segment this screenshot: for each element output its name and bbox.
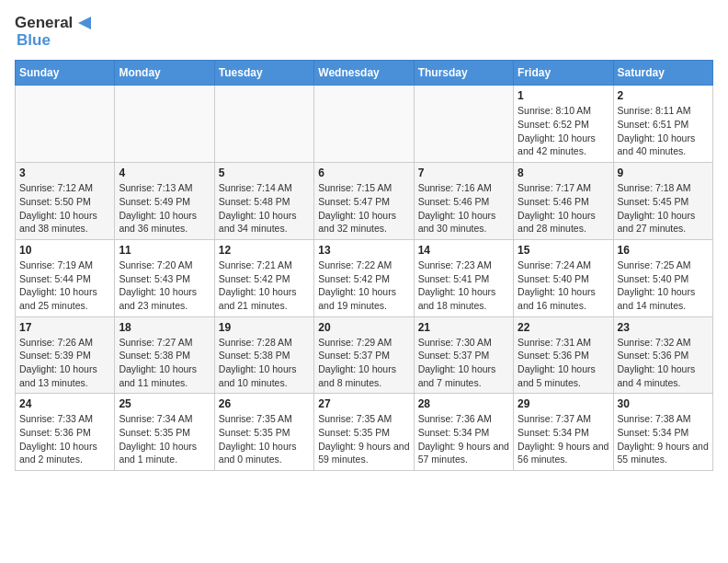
weekday-header: Wednesday (314, 61, 414, 86)
calendar-day-cell: 11Sunrise: 7:20 AM Sunset: 5:43 PM Dayli… (115, 239, 214, 316)
calendar-day-cell (16, 86, 115, 163)
calendar-day-cell: 10Sunrise: 7:19 AM Sunset: 5:44 PM Dayli… (16, 239, 115, 316)
day-info: Sunrise: 7:38 AM Sunset: 5:34 PM Dayligh… (618, 412, 709, 466)
day-info: Sunrise: 7:30 AM Sunset: 5:37 PM Dayligh… (418, 336, 509, 390)
day-number: 30 (618, 397, 709, 410)
calendar-day-cell: 9Sunrise: 7:18 AM Sunset: 5:45 PM Daylig… (613, 163, 712, 240)
weekday-header: Sunday (16, 61, 115, 86)
day-info: Sunrise: 7:16 AM Sunset: 5:46 PM Dayligh… (418, 181, 509, 236)
day-info: Sunrise: 7:35 AM Sunset: 5:35 PM Dayligh… (318, 412, 409, 466)
day-info: Sunrise: 7:31 AM Sunset: 5:36 PM Dayligh… (518, 336, 609, 390)
calendar-day-cell: 1Sunrise: 8:10 AM Sunset: 6:52 PM Daylig… (514, 86, 613, 163)
calendar-day-cell (214, 86, 313, 163)
calendar-day-cell: 13Sunrise: 7:22 AM Sunset: 5:42 PM Dayli… (314, 239, 414, 316)
day-number: 4 (119, 167, 210, 179)
day-number: 13 (318, 244, 409, 257)
day-info: Sunrise: 7:15 AM Sunset: 5:47 PM Dayligh… (318, 181, 409, 236)
calendar-week-row: 17Sunrise: 7:26 AM Sunset: 5:39 PM Dayli… (16, 316, 713, 394)
calendar-day-cell: 19Sunrise: 7:28 AM Sunset: 5:38 PM Dayli… (214, 316, 313, 394)
day-number: 2 (618, 89, 709, 102)
logo: General Blue (15, 15, 95, 49)
day-number: 5 (219, 167, 310, 179)
day-info: Sunrise: 7:27 AM Sunset: 5:38 PM Dayligh… (119, 336, 210, 390)
day-number: 28 (418, 397, 509, 410)
calendar-day-cell: 5Sunrise: 7:14 AM Sunset: 5:48 PM Daylig… (214, 163, 313, 240)
calendar-week-row: 10Sunrise: 7:19 AM Sunset: 5:44 PM Dayli… (16, 239, 713, 316)
calendar-header-row: SundayMondayTuesdayWednesdayThursdayFrid… (16, 61, 713, 86)
day-number: 7 (418, 167, 509, 179)
day-number: 26 (219, 397, 310, 410)
day-number: 24 (19, 397, 110, 410)
calendar-day-cell: 29Sunrise: 7:37 AM Sunset: 5:34 PM Dayli… (514, 394, 613, 471)
day-info: Sunrise: 7:18 AM Sunset: 5:45 PM Dayligh… (618, 181, 709, 236)
day-number: 19 (219, 321, 310, 334)
day-info: Sunrise: 7:26 AM Sunset: 5:39 PM Dayligh… (19, 336, 110, 390)
logo-blue: Blue (17, 32, 95, 50)
calendar-day-cell: 8Sunrise: 7:17 AM Sunset: 5:46 PM Daylig… (514, 163, 613, 240)
calendar-day-cell: 27Sunrise: 7:35 AM Sunset: 5:35 PM Dayli… (314, 394, 414, 471)
calendar-day-cell: 7Sunrise: 7:16 AM Sunset: 5:46 PM Daylig… (414, 163, 513, 240)
day-number: 8 (518, 167, 609, 179)
calendar-table: SundayMondayTuesdayWednesdayThursdayFrid… (15, 60, 713, 471)
day-number: 1 (518, 89, 609, 102)
day-info: Sunrise: 8:11 AM Sunset: 6:51 PM Dayligh… (618, 104, 709, 158)
calendar-day-cell (115, 86, 214, 163)
calendar-day-cell (314, 86, 414, 163)
day-info: Sunrise: 7:29 AM Sunset: 5:37 PM Dayligh… (318, 336, 409, 390)
calendar-day-cell: 18Sunrise: 7:27 AM Sunset: 5:38 PM Dayli… (115, 316, 214, 394)
day-info: Sunrise: 7:35 AM Sunset: 5:35 PM Dayligh… (219, 412, 310, 466)
day-info: Sunrise: 7:13 AM Sunset: 5:49 PM Dayligh… (119, 181, 210, 236)
day-number: 25 (119, 397, 210, 410)
day-number: 11 (119, 244, 210, 257)
calendar-day-cell: 21Sunrise: 7:30 AM Sunset: 5:37 PM Dayli… (414, 316, 513, 394)
logo-general: General (15, 15, 73, 32)
day-number: 14 (418, 244, 509, 257)
calendar-day-cell: 20Sunrise: 7:29 AM Sunset: 5:37 PM Dayli… (314, 316, 414, 394)
logo-arrow-icon (74, 15, 95, 31)
calendar-day-cell: 28Sunrise: 7:36 AM Sunset: 5:34 PM Dayli… (414, 394, 513, 471)
weekday-header: Monday (115, 61, 214, 86)
day-number: 27 (318, 397, 409, 410)
day-info: Sunrise: 7:36 AM Sunset: 5:34 PM Dayligh… (418, 412, 509, 466)
svg-marker-0 (78, 17, 91, 29)
calendar-week-row: 1Sunrise: 8:10 AM Sunset: 6:52 PM Daylig… (16, 86, 713, 163)
day-number: 18 (119, 321, 210, 334)
day-number: 21 (418, 321, 509, 334)
day-info: Sunrise: 7:21 AM Sunset: 5:42 PM Dayligh… (219, 259, 310, 313)
calendar-day-cell: 3Sunrise: 7:12 AM Sunset: 5:50 PM Daylig… (16, 163, 115, 240)
calendar-day-cell: 17Sunrise: 7:26 AM Sunset: 5:39 PM Dayli… (16, 316, 115, 394)
day-info: Sunrise: 7:23 AM Sunset: 5:41 PM Dayligh… (418, 259, 509, 313)
calendar-day-cell: 30Sunrise: 7:38 AM Sunset: 5:34 PM Dayli… (613, 394, 712, 471)
calendar-day-cell: 12Sunrise: 7:21 AM Sunset: 5:42 PM Dayli… (214, 239, 313, 316)
day-info: Sunrise: 7:14 AM Sunset: 5:48 PM Dayligh… (219, 181, 310, 236)
day-info: Sunrise: 7:12 AM Sunset: 5:50 PM Dayligh… (19, 181, 110, 236)
day-info: Sunrise: 7:25 AM Sunset: 5:40 PM Dayligh… (618, 259, 709, 313)
day-info: Sunrise: 7:20 AM Sunset: 5:43 PM Dayligh… (119, 259, 210, 313)
day-number: 22 (518, 321, 609, 334)
weekday-header: Saturday (613, 61, 712, 86)
day-info: Sunrise: 7:19 AM Sunset: 5:44 PM Dayligh… (19, 259, 110, 313)
day-info: Sunrise: 7:33 AM Sunset: 5:36 PM Dayligh… (19, 412, 110, 466)
day-number: 9 (618, 167, 709, 179)
day-info: Sunrise: 7:17 AM Sunset: 5:46 PM Dayligh… (518, 181, 609, 236)
day-info: Sunrise: 7:28 AM Sunset: 5:38 PM Dayligh… (219, 336, 310, 390)
day-number: 17 (19, 321, 110, 334)
day-info: Sunrise: 7:24 AM Sunset: 5:40 PM Dayligh… (518, 259, 609, 313)
day-number: 29 (518, 397, 609, 410)
day-number: 15 (518, 244, 609, 257)
calendar-day-cell: 14Sunrise: 7:23 AM Sunset: 5:41 PM Dayli… (414, 239, 513, 316)
calendar-day-cell: 16Sunrise: 7:25 AM Sunset: 5:40 PM Dayli… (613, 239, 712, 316)
calendar-day-cell: 22Sunrise: 7:31 AM Sunset: 5:36 PM Dayli… (514, 316, 613, 394)
page-header: General Blue (15, 15, 713, 49)
calendar-week-row: 3Sunrise: 7:12 AM Sunset: 5:50 PM Daylig… (16, 163, 713, 240)
logo-container: General Blue (15, 15, 95, 49)
weekday-header: Tuesday (214, 61, 313, 86)
calendar-day-cell: 25Sunrise: 7:34 AM Sunset: 5:35 PM Dayli… (115, 394, 214, 471)
calendar-day-cell: 6Sunrise: 7:15 AM Sunset: 5:47 PM Daylig… (314, 163, 414, 240)
day-info: Sunrise: 7:22 AM Sunset: 5:42 PM Dayligh… (318, 259, 409, 313)
calendar-day-cell: 15Sunrise: 7:24 AM Sunset: 5:40 PM Dayli… (514, 239, 613, 316)
day-info: Sunrise: 7:37 AM Sunset: 5:34 PM Dayligh… (518, 412, 609, 466)
calendar-day-cell: 24Sunrise: 7:33 AM Sunset: 5:36 PM Dayli… (16, 394, 115, 471)
calendar-day-cell: 26Sunrise: 7:35 AM Sunset: 5:35 PM Dayli… (214, 394, 313, 471)
day-number: 23 (618, 321, 709, 334)
